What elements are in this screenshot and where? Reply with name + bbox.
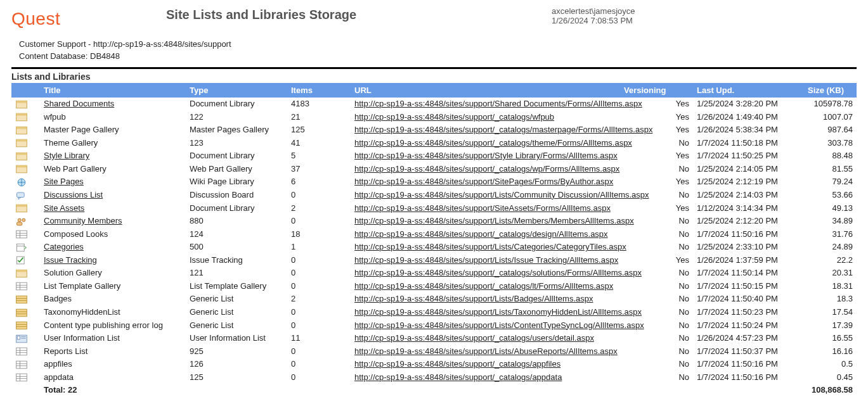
row-size: 31.76: [804, 228, 857, 241]
row-type: Web Part Gallery: [186, 163, 287, 176]
row-title[interactable]: Categories: [40, 241, 186, 254]
row-last-upd: 1/25/2024 2:14:03 PM: [693, 189, 804, 202]
row-size: 0.5: [804, 358, 857, 371]
row-versioning: No: [620, 332, 693, 345]
totals-row: Total: 22 108,868.58: [11, 384, 857, 396]
row-type: Wiki Page Library: [186, 175, 287, 189]
wiki-icon: [11, 175, 40, 189]
row-last-upd: 1/7/2024 11:50:16 PM: [693, 371, 804, 384]
table-row: Discussions ListDiscussion Board0http://…: [11, 189, 857, 202]
generic-icon: [11, 319, 40, 332]
row-url[interactable]: http://cp-sp19-a-ss:4848/sites/support/_…: [351, 111, 620, 124]
svg-rect-18: [17, 222, 22, 225]
row-title: User Information List: [40, 332, 186, 345]
section-title: Lists and Libraries: [11, 72, 857, 82]
row-url[interactable]: http://cp-sp19-a-ss:4848/sites/support/_…: [351, 280, 620, 293]
row-type: Generic List: [186, 293, 287, 306]
table-row: appfiles1260http://cp-sp19-a-ss:4848/sit…: [11, 358, 857, 371]
col-size-header: Size (KB): [804, 83, 857, 98]
row-size: 17.54: [804, 306, 857, 319]
row-size: 24.89: [804, 241, 857, 254]
row-versioning: No: [620, 371, 693, 384]
svg-rect-13: [17, 193, 25, 198]
row-size: 22.2: [804, 254, 857, 267]
row-items: 0: [287, 358, 351, 371]
row-url[interactable]: http://cp-sp19-a-ss:4848/sites/support/L…: [351, 254, 620, 267]
table-row: Composed Looks12418http://cp-sp19-a-ss:4…: [11, 228, 857, 241]
row-size: 18.3: [804, 293, 857, 306]
site-line: Customer Support - http://cp-sp19-a-ss:4…: [19, 39, 857, 49]
col-lastupd-header: Last Upd.: [693, 83, 804, 98]
row-title[interactable]: Community Members: [40, 215, 186, 228]
row-title[interactable]: Issue Tracking: [40, 254, 186, 267]
row-last-upd: 1/7/2024 11:50:25 PM: [693, 149, 804, 163]
row-size: 53.66: [804, 189, 857, 202]
list-icon: [11, 345, 40, 358]
row-size: 20.31: [804, 267, 857, 280]
svg-rect-24: [17, 244, 25, 251]
row-type: User Information List: [186, 332, 287, 345]
row-url[interactable]: http://cp-sp19-a-ss:4848/sites/support/S…: [351, 98, 620, 111]
row-url[interactable]: http://cp-sp19-a-ss:4848/sites/support/_…: [351, 137, 620, 150]
row-versioning: No: [620, 163, 693, 176]
row-url[interactable]: http://cp-sp19-a-ss:4848/sites/support/L…: [351, 241, 620, 254]
row-url[interactable]: http://cp-sp19-a-ss:4848/sites/support/L…: [351, 215, 620, 228]
row-title: Master Page Gallery: [40, 123, 186, 137]
row-type: 500: [186, 241, 287, 254]
table-row: Issue TrackingIssue Tracking0http://cp-s…: [11, 254, 857, 267]
row-items: 5: [287, 149, 351, 163]
row-type: Issue Tracking: [186, 254, 287, 267]
list-icon: [11, 358, 40, 371]
row-items: 6: [287, 175, 351, 189]
row-title[interactable]: Style Library: [40, 149, 186, 163]
row-title[interactable]: Discussions List: [40, 189, 186, 202]
row-url[interactable]: http://cp-sp19-a-ss:4848/sites/support/L…: [351, 189, 620, 202]
row-type: Document Library: [186, 149, 287, 163]
row-versioning: Yes: [620, 202, 693, 215]
row-title: Content type publishing error log: [40, 319, 186, 332]
row-size: 1007.07: [804, 111, 857, 124]
doclib-icon: [11, 111, 40, 124]
row-title: TaxonomyHiddenList: [40, 306, 186, 319]
table-row: Master Page GalleryMaster Pages Gallery1…: [11, 123, 857, 137]
row-url[interactable]: http://cp-sp19-a-ss:4848/sites/support/L…: [351, 293, 620, 306]
row-versioning: Yes: [620, 111, 693, 124]
row-url[interactable]: http://cp-sp19-a-ss:4848/sites/support/S…: [351, 149, 620, 163]
row-items: 0: [287, 189, 351, 202]
svg-point-19: [22, 218, 25, 222]
row-url[interactable]: http://cp-sp19-a-ss:4848/sites/support/_…: [351, 371, 620, 384]
row-versioning: Yes: [620, 175, 693, 189]
row-last-upd: 1/7/2024 11:50:24 PM: [693, 319, 804, 332]
row-versioning: Yes: [620, 254, 693, 267]
row-url[interactable]: http://cp-sp19-a-ss:4848/sites/support/L…: [351, 319, 620, 332]
svg-rect-39: [16, 322, 27, 329]
row-title[interactable]: Shared Documents: [40, 98, 186, 111]
row-title: Badges: [40, 293, 186, 306]
row-url[interactable]: http://cp-sp19-a-ss:4848/sites/support/_…: [351, 332, 620, 345]
row-url[interactable]: http://cp-sp19-a-ss:4848/sites/support/_…: [351, 163, 620, 176]
row-url[interactable]: http://cp-sp19-a-ss:4848/sites/support/_…: [351, 123, 620, 137]
row-url[interactable]: http://cp-sp19-a-ss:4848/sites/support/_…: [351, 228, 620, 241]
row-type: 880: [186, 215, 287, 228]
row-url[interactable]: http://cp-sp19-a-ss:4848/sites/support/_…: [351, 267, 620, 280]
row-title[interactable]: Site Pages: [40, 175, 186, 189]
row-url[interactable]: http://cp-sp19-a-ss:4848/sites/support/_…: [351, 358, 620, 371]
row-last-upd: 1/7/2024 11:50:15 PM: [693, 280, 804, 293]
row-url[interactable]: http://cp-sp19-a-ss:4848/sites/support/L…: [351, 306, 620, 319]
row-type: 126: [186, 358, 287, 371]
row-url[interactable]: http://cp-sp19-a-ss:4848/sites/support/S…: [351, 202, 620, 215]
row-items: 0: [287, 306, 351, 319]
row-type: Discussion Board: [186, 189, 287, 202]
row-last-upd: 1/26/2024 1:37:59 PM: [693, 254, 804, 267]
row-versioning: Yes: [620, 149, 693, 163]
row-items: 2: [287, 293, 351, 306]
row-title: wfpub: [40, 111, 186, 124]
row-title[interactable]: Site Assets: [40, 202, 186, 215]
row-title: Web Part Gallery: [40, 163, 186, 176]
row-title: appdata: [40, 371, 186, 384]
row-url[interactable]: http://cp-sp19-a-ss:4848/sites/support/L…: [351, 345, 620, 358]
row-url[interactable]: http://cp-sp19-a-ss:4848/sites/support/S…: [351, 175, 620, 189]
row-size: 49.13: [804, 202, 857, 215]
row-last-upd: 1/7/2024 11:50:18 PM: [693, 137, 804, 150]
list-icon: [11, 371, 40, 384]
